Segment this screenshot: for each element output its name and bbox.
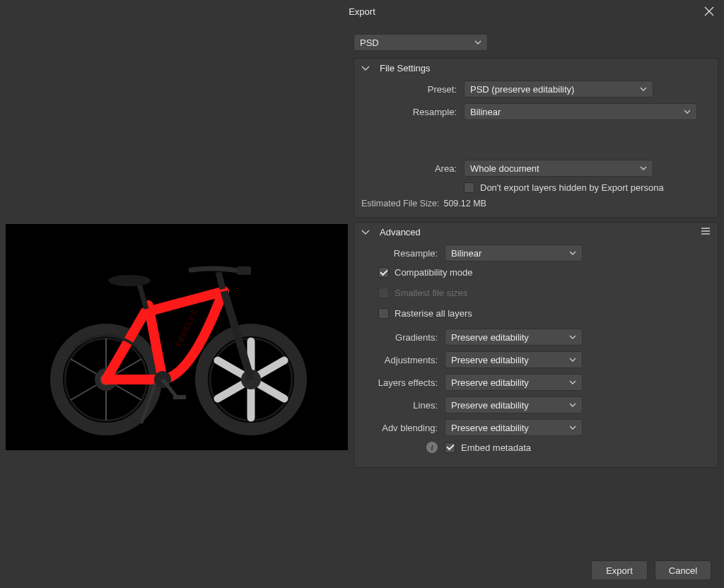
chevron-down-icon bbox=[569, 425, 576, 430]
smallest-label: Smallest file sizes bbox=[395, 288, 467, 298]
advanced-title: Advanced bbox=[380, 227, 421, 237]
svg-rect-26 bbox=[173, 395, 186, 399]
bike-illustration: PEDELEC bbox=[39, 238, 315, 436]
compatibility-label: Compatibility mode bbox=[395, 267, 473, 278]
layer-effects-label: Layers effects: bbox=[361, 377, 445, 388]
panel-menu-button[interactable] bbox=[701, 227, 711, 237]
gradients-label: Gradients: bbox=[361, 332, 445, 343]
close-icon bbox=[703, 5, 716, 18]
format-dropdown[interactable]: PSD bbox=[354, 34, 488, 51]
resample-dropdown[interactable]: Bilinear bbox=[464, 103, 697, 120]
cancel-button[interactable]: Cancel bbox=[655, 560, 711, 580]
info-icon[interactable]: i bbox=[426, 442, 438, 453]
svg-point-20 bbox=[108, 275, 151, 286]
hide-export-persona-label: Don't export layers hidden by Export per… bbox=[480, 182, 664, 193]
resample-label: Resample: bbox=[361, 107, 464, 117]
adv-blending-dropdown[interactable]: Preserve editability bbox=[445, 419, 583, 436]
collapse-toggle[interactable] bbox=[361, 66, 371, 71]
embed-metadata-label: Embed metadata bbox=[461, 442, 531, 453]
lines-value: Preserve editability bbox=[451, 400, 529, 411]
preset-label: Preset: bbox=[361, 84, 464, 95]
area-label: Area: bbox=[361, 163, 464, 174]
chevron-down-icon bbox=[569, 251, 576, 256]
svg-line-22 bbox=[218, 272, 223, 289]
area-dropdown[interactable]: Whole document bbox=[464, 160, 653, 177]
compatibility-checkbox[interactable] bbox=[378, 267, 389, 278]
adv-resample-label: Resample: bbox=[361, 248, 445, 259]
layer-effects-dropdown[interactable]: Preserve editability bbox=[445, 374, 583, 391]
adjustments-label: Adjustments: bbox=[361, 355, 445, 365]
window-title: Export bbox=[349, 6, 375, 17]
collapse-toggle[interactable] bbox=[361, 230, 371, 235]
file-settings-panel: File Settings Preset: PSD (preserve edit… bbox=[354, 58, 718, 218]
embed-metadata-checkbox[interactable] bbox=[445, 442, 455, 453]
lines-dropdown[interactable]: Preserve editability bbox=[445, 396, 583, 413]
adv-blending-value: Preserve editability bbox=[451, 423, 529, 433]
dialog-footer: Export Cancel bbox=[0, 553, 724, 588]
advanced-panel: Advanced Resample: Bilinear Compatibilit… bbox=[354, 222, 718, 468]
estimated-size-value: 509.12 MB bbox=[443, 199, 486, 208]
estimated-size-label: Estimated File Size: bbox=[361, 199, 439, 208]
menu-icon bbox=[701, 227, 711, 235]
chevron-down-icon bbox=[684, 110, 691, 114]
layer-effects-value: Preserve editability bbox=[451, 377, 529, 388]
chevron-down-icon bbox=[474, 40, 481, 45]
chevron-down-icon bbox=[640, 87, 647, 92]
hide-export-persona-checkbox[interactable] bbox=[464, 182, 474, 193]
adjustments-value: Preserve editability bbox=[451, 355, 529, 365]
rasterise-label: Rasterise all layers bbox=[395, 308, 472, 319]
svg-rect-23 bbox=[237, 266, 251, 275]
preset-dropdown[interactable]: PSD (preserve editability) bbox=[464, 81, 653, 98]
file-settings-title: File Settings bbox=[380, 63, 431, 74]
gradients-dropdown[interactable]: Preserve editability bbox=[445, 329, 583, 346]
chevron-down-icon bbox=[569, 403, 576, 408]
gradients-value: Preserve editability bbox=[451, 332, 529, 343]
titlebar: Export bbox=[0, 0, 724, 23]
format-value: PSD bbox=[360, 37, 379, 48]
adv-resample-value: Bilinear bbox=[451, 248, 481, 259]
lines-label: Lines: bbox=[361, 400, 445, 411]
close-button[interactable] bbox=[703, 5, 716, 18]
preview-pane: PEDELEC bbox=[0, 23, 354, 553]
preset-value: PSD (preserve editability) bbox=[470, 84, 574, 95]
preview-image: PEDELEC bbox=[6, 224, 348, 450]
area-value: Whole document bbox=[470, 163, 539, 174]
chevron-down-icon bbox=[640, 166, 647, 171]
rasterise-checkbox[interactable] bbox=[378, 308, 389, 319]
resample-value: Bilinear bbox=[470, 107, 501, 117]
export-button[interactable]: Export bbox=[591, 560, 648, 580]
adjustments-dropdown[interactable]: Preserve editability bbox=[445, 351, 583, 368]
chevron-down-icon bbox=[569, 358, 576, 363]
adv-resample-dropdown[interactable]: Bilinear bbox=[445, 245, 583, 261]
chevron-down-icon bbox=[569, 335, 576, 340]
svg-line-19 bbox=[139, 284, 146, 309]
adv-blending-label: Adv blending: bbox=[361, 423, 445, 433]
smallest-checkbox bbox=[378, 288, 389, 298]
chevron-down-icon bbox=[569, 380, 576, 385]
